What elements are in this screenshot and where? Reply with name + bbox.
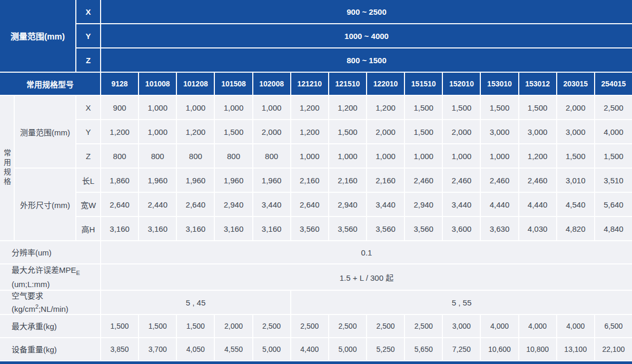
spec-data-rows: 9001,0001,0001,0001,0001,2001,2001,2001,… <box>101 96 632 240</box>
spec-value-cell: 4,030 <box>519 217 556 240</box>
sublabel-x: X <box>76 96 100 119</box>
footer-bar <box>0 361 632 364</box>
air-requirement-row: 空气要求 (kg/cm2;NL/min) 5 , 45 5 , 55 <box>0 291 632 314</box>
device-weight-value-cell: 3,850 <box>101 338 138 360</box>
spec-value-cell: 3,160 <box>101 217 138 240</box>
spec-value-cell: 2,940 <box>215 193 252 216</box>
spec-value-cell: 1,000 <box>253 96 290 119</box>
device-weight-value-cell: 4,400 <box>291 338 328 360</box>
device-weight-label: 设备重量(kg) <box>0 338 100 360</box>
spec-value-cell: 1,200 <box>291 120 328 143</box>
spec-value-cell: 1,960 <box>215 169 252 192</box>
spec-value-cell: 1,000 <box>139 96 176 119</box>
spec-value-cell: 2,460 <box>481 169 518 192</box>
device-weight-row: 设备重量(kg) 3,8503,7004,0504,5505,0004,4005… <box>0 338 632 360</box>
spec-value-cell: 1,500 <box>595 144 632 168</box>
spec-value-cell: 3,560 <box>329 217 366 240</box>
device-weight-value-cell: 5,250 <box>367 338 404 360</box>
mpe-value: 1.5 + L / 300 起 <box>101 264 632 290</box>
model-cell: 254015 <box>595 73 632 95</box>
mpe-label-main: 最大允许误差MPE <box>12 265 76 274</box>
spec-value-cell: 3,440 <box>367 193 404 216</box>
model-cell: 152010 <box>443 73 480 95</box>
spec-value-cell: 3,160 <box>253 217 290 240</box>
resolution-value: 0.1 <box>101 241 632 263</box>
spec-value-cell: 1,960 <box>139 169 176 192</box>
max-load-label: 最大承重(kg) <box>0 315 100 337</box>
spec-value-cell: 800 <box>177 144 214 168</box>
max-load-values: 1,5001,5001,5002,0002,5002,5002,5002,500… <box>101 315 632 337</box>
resolution-row: 分辨率(um) 0.1 <box>0 241 632 263</box>
axis-range-x: 900 ~ 2500 <box>101 0 632 23</box>
device-weight-value-cell: 5,000 <box>253 338 290 360</box>
spec-value-cell: 2,160 <box>329 169 366 192</box>
spec-value-cell: 2,940 <box>329 193 366 216</box>
group-label-dimensions: 外形尺寸(mm) <box>15 169 75 240</box>
spec-value-cell: 2,160 <box>291 169 328 192</box>
mpe-label: 最大允许误差MPEE (um;L:mm) <box>0 264 100 290</box>
air-value-left: 5 , 45 <box>101 291 290 314</box>
max-load-value-cell: 2,500 <box>291 315 328 337</box>
max-load-row: 最大承重(kg) 1,5001,5001,5002,0002,5002,5002… <box>0 315 632 337</box>
spec-value-cell: 1,500 <box>519 96 556 119</box>
spec-value-cell: 3,510 <box>595 169 632 192</box>
spec-value-cell: 1,500 <box>405 96 442 119</box>
axis-label-y: Y <box>76 24 100 47</box>
spec-value-cell: 3,440 <box>443 193 480 216</box>
spec-value-cell: 3,440 <box>253 193 290 216</box>
spec-value-cell: 1,200 <box>367 96 404 119</box>
spec-value-cell: 3,560 <box>367 217 404 240</box>
device-weight-value-cell: 13,100 <box>557 338 594 360</box>
spec-value-cell: 3,630 <box>481 217 518 240</box>
spec-value-cell: 4,540 <box>557 193 594 216</box>
spec-value-cell: 3,000 <box>519 120 556 143</box>
spec-value-cell: 1,960 <box>177 169 214 192</box>
spec-value-cell: 4,840 <box>595 217 632 240</box>
device-weight-value-cell: 22,100 <box>595 338 632 360</box>
axis-range-y: 1000 ~ 4000 <box>101 24 632 47</box>
spec-value-cell: 3,560 <box>291 217 328 240</box>
model-cell: 101508 <box>215 73 252 95</box>
axis-label-z: Z <box>76 48 100 72</box>
measuring-range-title: 测量范围(mm) <box>0 0 75 72</box>
spec-value-cell: 1,860 <box>101 169 138 192</box>
spec-value-cell: 800 <box>139 144 176 168</box>
spec-value-cell: 1,500 <box>329 120 366 143</box>
max-load-value-cell: 3,000 <box>443 315 480 337</box>
spec-value-cell: 1,500 <box>443 96 480 119</box>
air-label-line2: (kg/cm2;NL/min) <box>12 301 68 314</box>
max-load-label-text: 最大承重(kg) <box>12 321 57 332</box>
model-cell: 9128 <box>101 73 138 95</box>
spec-value-cell: 1,000 <box>481 144 518 168</box>
sublabel-length: 长L <box>76 169 100 192</box>
spec-value-cell: 1,500 <box>481 96 518 119</box>
model-cell: 153012 <box>519 73 556 95</box>
spec-value-cell: 2,000 <box>253 120 290 143</box>
spec-row-y: 1,2001,0001,2001,5002,0001,2001,5002,000… <box>101 120 632 143</box>
device-weight-value-cell: 5,000 <box>329 338 366 360</box>
max-load-value-cell: 2,500 <box>367 315 404 337</box>
model-cell: 101208 <box>177 73 214 95</box>
sublabel-height: 高H <box>76 217 100 240</box>
model-header-label: 常用规格型号 <box>0 73 100 95</box>
spec-value-cell: 1,200 <box>291 96 328 119</box>
spec-row-width: 2,6402,4402,6402,9403,4402,6402,9403,440… <box>101 193 632 216</box>
spec-row-length: 1,8601,9601,9601,9601,9602,1602,1602,160… <box>101 169 632 192</box>
spec-value-cell: 2,500 <box>595 96 632 119</box>
air-label-line2-pre: (kg/cm <box>12 304 35 313</box>
common-spec-section: 常用规格 测量范围(mm) 外形尺寸(mm) X Y Z 长L 宽W 高H 90… <box>0 96 632 240</box>
spec-group-column: 测量范围(mm) 外形尺寸(mm) <box>15 96 75 240</box>
air-label-line1: 空气要求 <box>12 290 43 301</box>
model-header-cells: 9128101008101208101508102008121210121510… <box>101 73 632 95</box>
max-load-value-cell: 1,500 <box>101 315 138 337</box>
max-load-value-cell: 2,500 <box>253 315 290 337</box>
axis-label-x: X <box>76 0 100 23</box>
spec-value-cell: 1,000 <box>139 120 176 143</box>
max-load-value-cell: 6,500 <box>595 315 632 337</box>
device-weight-value-cell: 7,250 <box>443 338 480 360</box>
mpe-label-subscript: E <box>76 270 80 276</box>
spec-value-cell: 4,440 <box>519 193 556 216</box>
spec-value-cell: 1,000 <box>215 96 252 119</box>
spec-value-cell: 1,000 <box>291 144 328 168</box>
max-load-value-cell: 2,500 <box>329 315 366 337</box>
